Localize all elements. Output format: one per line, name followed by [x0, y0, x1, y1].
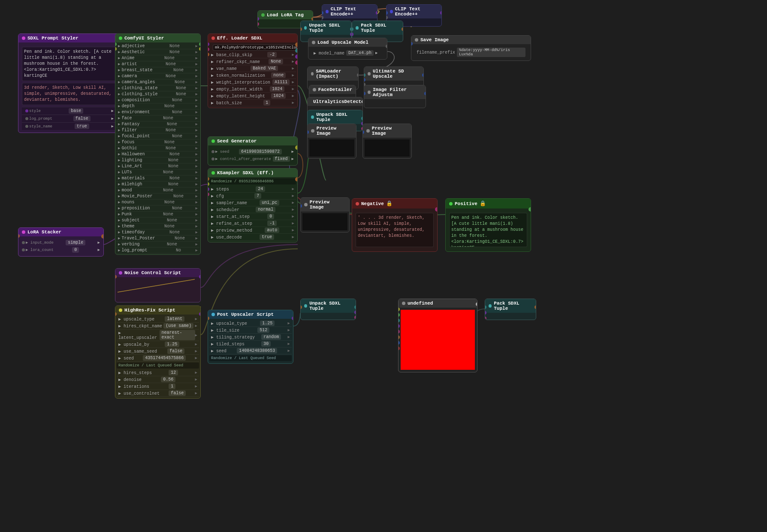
post-upscaler-row-tiling_strategy[interactable]: ▶ tiling_strategy random ▶ [209, 334, 292, 341]
post-upscaler-row-seed[interactable]: ▶ seed 14084248380653 ▶ [209, 348, 292, 354]
input-port-2[interactable] [115, 47, 117, 51]
styler-row-clothing_state[interactable]: ▶ clothing_state None ▶ [116, 85, 199, 91]
sdxl-log-prompt-row: log_prompt false ▶ [22, 115, 117, 122]
styler-row-preposition[interactable]: ▶ preposition None ▶ [116, 206, 199, 212]
output-port-2[interactable] [199, 47, 201, 51]
eff-row-weight_interpretation[interactable]: ▶ weight_interpretation A1111 ▶ [209, 79, 296, 86]
ksampler-row-use_decode[interactable]: ▶ use_decode true ▶ [209, 234, 296, 241]
styler-row-clothing_style[interactable]: ▶ clothing_style None ▶ [116, 91, 199, 97]
styler-row-log_prompt[interactable]: ▶ log_prompt No ▶ [116, 248, 199, 254]
highres-row-seed[interactable]: ▶ seed 435174454575866 ▶ [117, 355, 199, 362]
ksampler-row-sampler_name[interactable]: ▶ sampler_name uni_pc ▶ [209, 200, 296, 206]
styler-row-Travel_Poster[interactable]: ▶ Travel_Poster None ▶ [116, 236, 199, 242]
highres-randomize[interactable]: Randomize / Last Queued Seed [117, 363, 199, 369]
styler-row-face[interactable]: ▶ face None ▶ [116, 115, 199, 121]
highres-row-use_same_seed[interactable]: ▶ use_same_seed false ▶ [117, 348, 199, 355]
eff-row-token_normalization[interactable]: ▶ token_normalization none ▶ [209, 72, 296, 79]
styler-row-camera_angles[interactable]: ▶ camera_angles None ▶ [116, 79, 199, 85]
positive-text[interactable]: Pen and ink. Color sketch. [A cute littl… [449, 213, 527, 247]
preview3-canvas [302, 213, 347, 230]
post-upscaler-row-tile_size[interactable]: ▶ tile_size 512 ▶ [209, 327, 292, 334]
input-neg[interactable] [208, 48, 209, 51]
sdxl-style-val[interactable]: base [69, 108, 83, 114]
styler-row-focal_point[interactable]: ▶ focal_point None ▶ [116, 133, 199, 139]
styler-row-depth[interactable]: ▶ depth None ▶ [116, 103, 199, 109]
highres-row-upscale_type[interactable]: ▶ upscale_type latent ▶ [117, 316, 199, 323]
input-lora[interactable] [208, 53, 209, 56]
eff-row-refiner_ckpt_name[interactable]: ▶ refiner_ckpt_name None ▶ [209, 58, 296, 65]
highres-extra-row-use_controlnet[interactable]: ▶ use_controlnet false ▶ [117, 390, 199, 397]
eff-row-empty_latent_width[interactable]: ▶ empty_latent_width 1024 ▶ [209, 86, 296, 93]
ksampler-randomize-label[interactable]: Randomize / 893523066046886 [209, 178, 296, 184]
eff-row-vae_name[interactable]: ▶ vae_name Baked VAE ▶ [209, 65, 296, 72]
sdxl-prompt-positive-text[interactable]: Pen and ink. Color sketch. [A cute littl… [22, 47, 117, 81]
highres-row-latent_upscaler[interactable]: ▶ latent_upscaler nearest-exact ▶ [117, 329, 199, 341]
styler-row-Halloween[interactable]: ▶ Halloween None ▶ [116, 151, 199, 157]
negative-text[interactable]: ' . . . 3d render, Sketch, Low skill AI,… [356, 213, 434, 247]
ksampler-row-cfg[interactable]: ▶ cfg 7 ▶ [209, 193, 296, 200]
ksampler-row-refine_at_step[interactable]: ▶ refine_at_step -1 ▶ [209, 220, 296, 227]
preview2-canvas [365, 139, 410, 157]
input-port-1[interactable] [115, 42, 117, 46]
ksampler-row-preview_method[interactable]: ▶ preview_method auto ▶ [209, 227, 296, 234]
styler-row-milehigh[interactable]: ▶ milehigh None ▶ [116, 181, 199, 187]
styler-row-camera[interactable]: ▶ camera None ▶ [116, 73, 199, 79]
styler-row-Gothic[interactable]: ▶ Gothic None ▶ [116, 145, 199, 151]
output-neg[interactable] [295, 60, 298, 65]
control-after-val[interactable]: fixed [273, 156, 290, 162]
styler-row-subject[interactable]: ▶ subject None ▶ [116, 218, 199, 224]
highres-row-upscale_by[interactable]: ▶ upscale_by 1.25 ▶ [117, 341, 199, 348]
save-filename-val[interactable]: %date:yyyy-MM-dd%/iris Lux%da [457, 48, 525, 57]
eff-row-base_clip_skip[interactable]: ▶ base_clip_skip -2 ▶ [209, 51, 296, 58]
styler-row-breast_state[interactable]: ▶ breast_state None ▶ [116, 67, 199, 73]
lora-count-val[interactable]: 0 [72, 247, 79, 253]
eff-row-empty_latent_height[interactable]: ▶ empty_latent_height 1024 ▶ [209, 93, 296, 100]
styler-row-mood[interactable]: ▶ mood None ▶ [116, 187, 199, 193]
styler-row-Movie_Poster[interactable]: ▶ Movie_Poster None ▶ [116, 193, 199, 200]
styler-row-adjective[interactable]: ▶ adjective None ▶ [116, 43, 199, 49]
styler-row-Anime[interactable]: ▶ Anime None ▶ [116, 55, 199, 61]
highres-extra-row-hires_steps[interactable]: ▶ hires_steps 12 ▶ [117, 369, 199, 376]
sdxl-prompt-negative-text[interactable]: 3d render, Sketch, Low skill AI, simple,… [22, 83, 117, 105]
styler-row-Punk[interactable]: ▶ Punk None ▶ [116, 212, 199, 218]
post-upscaler-row-tiled_steps[interactable]: ▶ tiled_steps 30 ▶ [209, 341, 292, 348]
noise-ctrl-input [115, 275, 117, 278]
ksampler-row-scheduler[interactable]: ▶ scheduler normal ▶ [209, 206, 296, 213]
styler-row-focus[interactable]: ▶ focus None ▶ [116, 139, 199, 145]
styler-row-artist[interactable]: ▶ artist None ▶ [116, 61, 199, 67]
highres-extra-row-iterations[interactable]: ▶ iterations 1 ▶ [117, 383, 199, 390]
highres-extra-row-denoise[interactable]: ▶ denoise 0.56 ▶ [117, 376, 199, 383]
styler-row-Aesthetic[interactable]: ▶ Aesthetic None ▶ [116, 49, 199, 55]
highres-row-hires_ckpt_name[interactable]: ▶ hires_ckpt_name (use same) ▶ [117, 323, 199, 329]
styler-row-Fantasy[interactable]: ▶ Fantasy None ▶ [116, 121, 199, 127]
seed-val[interactable]: 641990381590872 [239, 149, 282, 154]
output-pos[interactable] [295, 54, 298, 59]
ksampler-row-steps[interactable]: ▶ steps 24 ▶ [209, 186, 296, 193]
styler-row-Line_Art[interactable]: ▶ Line_Art None ▶ [116, 163, 199, 169]
styler-row-materials[interactable]: ▶ materials None ▶ [116, 175, 199, 181]
styler-row-lighting[interactable]: ▶ lighting None ▶ [116, 157, 199, 163]
sdxl-stylename-val[interactable]: true [75, 124, 89, 129]
styler-row-nouns[interactable]: ▶ nouns None ▶ [116, 200, 199, 206]
output-pipe[interactable] [295, 42, 298, 47]
output-port-1[interactable] [199, 42, 201, 46]
output-model[interactable] [295, 48, 298, 53]
input-mode-val[interactable]: simple [66, 240, 85, 245]
styler-row-theme[interactable]: ▶ theme None ▶ [116, 224, 199, 230]
post-upscaler-randomize[interactable]: Randomize / Last Queued Seed [209, 355, 292, 361]
load-upscale-model-val[interactable]: DAT_x4.ph [346, 50, 374, 56]
preview2-input [362, 130, 364, 134]
eff-model-name[interactable]: mk.PolyHydroPrototype_v1051VAEIncluded.s… [213, 45, 298, 51]
styler-row-verbing[interactable]: ▶ verbing None ▶ [116, 242, 199, 248]
styler-row-timeofday[interactable]: ▶ timeofday None ▶ [116, 230, 199, 236]
post-upscaler-row-upscale_type[interactable]: ▶ upscale_type 1.25 ▶ [209, 320, 292, 327]
styler-row-LUTs[interactable]: ▶ LUTs None ▶ [116, 169, 199, 175]
sdxl-log-val[interactable]: false [73, 116, 91, 121]
eff-row-batch_size[interactable]: ▶ batch_size 1 ▶ [209, 100, 296, 106]
ultralytics-title: UltralyticsDetectorP [313, 99, 363, 104]
styler-row-environment[interactable]: ▶ environment None ▶ [116, 109, 199, 115]
input-pos[interactable] [208, 42, 209, 46]
styler-row-filter[interactable]: ▶ filter None ▶ [116, 127, 199, 133]
ksampler-row-start_at_step[interactable]: ▶ start_at_step 0 ▶ [209, 213, 296, 220]
styler-row-composition[interactable]: ▶ composition None ▶ [116, 97, 199, 103]
